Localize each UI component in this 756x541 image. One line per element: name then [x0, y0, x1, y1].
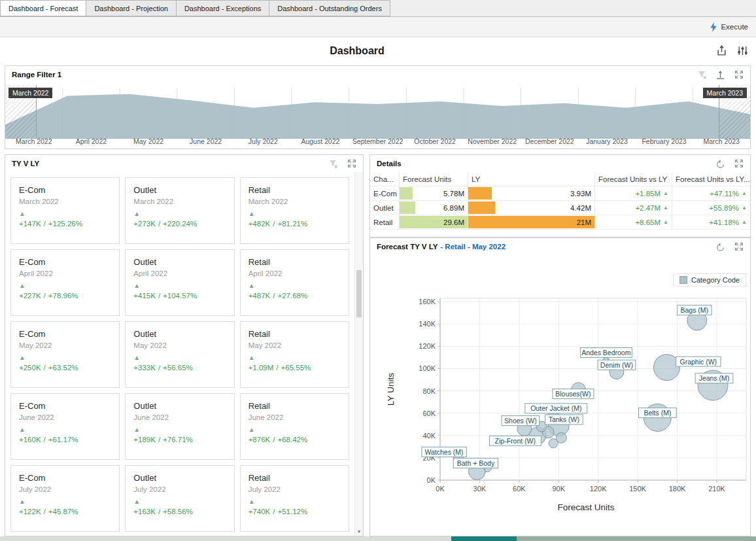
y-tick-label: 80K	[422, 387, 436, 395]
cell-channel: Retail	[370, 215, 400, 229]
kpi-card[interactable]: OutletJuly 2022▲+163K/+58.56%	[125, 465, 234, 532]
x-tick-label: 180K	[669, 485, 686, 493]
forecast-value: 6.89M	[443, 204, 464, 212]
kpi-card[interactable]: E-ComJune 2022▲+160K/+61.17%	[10, 393, 120, 460]
kpi-card[interactable]: OutletJune 2022▲+189K/+76.71%	[125, 393, 234, 460]
up-triangle-icon: ▲	[663, 190, 668, 196]
kpi-card[interactable]: E-ComApril 2022▲+227K/+78.96%	[10, 249, 120, 316]
svg-text:Bath + Body: Bath + Body	[457, 459, 495, 467]
tab-dashboard-forecast[interactable]: Dashboard - Forecast	[0, 0, 86, 16]
kpi-card[interactable]: E-ComJuly 2022▲+122K/+45.87%	[10, 465, 120, 532]
details-panel: Details Cha... Forecast Units	[369, 154, 751, 237]
parameters-button[interactable]	[736, 44, 748, 56]
scroll-down-button[interactable]: ▼	[355, 527, 363, 536]
card-pct: +63.52%	[48, 364, 78, 372]
column-header[interactable]: Forecast Units	[400, 172, 468, 186]
card-delta: +482K	[249, 220, 271, 228]
maximize-button[interactable]	[347, 159, 356, 169]
card-pct: +76.71%	[163, 436, 193, 444]
bubble-label: Denim (W)	[598, 360, 636, 370]
card-delta: +487K	[249, 292, 271, 300]
card-pct: +58.56%	[163, 508, 193, 515]
forecast-ty-v-ly-panel: Forecast TY V LY - Retail - May 2022 0K3…	[369, 237, 751, 536]
kpi-card[interactable]: OutletApril 2022▲+415K/+104.57%	[125, 249, 234, 316]
card-values: +415K/+104.57%	[133, 292, 226, 300]
range-axis-label: May 2022	[133, 137, 163, 145]
legend[interactable]: Category Code	[673, 273, 746, 287]
column-header[interactable]: Forecast Units vs LY...	[672, 172, 750, 186]
column-header[interactable]: Forecast Units vs LY	[595, 172, 672, 186]
separator: /	[44, 292, 46, 300]
y-tick-label: 0K	[427, 476, 436, 484]
undo-icon	[715, 159, 725, 169]
column-header[interactable]: LY	[468, 172, 595, 186]
kpi-card[interactable]: OutletMarch 2022▲+273K/+220.24%	[125, 177, 234, 244]
undo-button[interactable]	[715, 159, 725, 169]
forecast-bubble-chart[interactable]: 0K30K60K90K120K150K180K210K0K20K40K60K80…	[370, 255, 751, 530]
ly-bar	[468, 187, 492, 200]
cell-forecast-units: 6.89M	[400, 201, 468, 215]
card-delta: +333K	[133, 364, 156, 372]
scrollbar[interactable]: ▼	[354, 172, 363, 536]
card-pct: +68.42%	[277, 436, 307, 444]
lightning-icon	[710, 22, 717, 32]
separator: /	[158, 220, 160, 228]
x-tick-label: 60K	[513, 485, 526, 493]
card-delta: +273K	[133, 220, 156, 228]
card-delta: +227K	[19, 292, 41, 300]
clear-filter-button[interactable]	[328, 159, 338, 169]
kpi-card[interactable]: RetailJune 2022▲+876K/+68.42%	[240, 393, 349, 460]
card-values: +160K/+61.17%	[19, 436, 111, 444]
card-channel: E-Com	[19, 185, 111, 195]
details-row[interactable]: Retail29.6M21M+8.65M▲+41.18%▲	[370, 215, 750, 230]
card-channel: Outlet	[133, 329, 226, 339]
card-values: +740K/+51.12%	[249, 508, 341, 515]
maximize-icon	[734, 159, 744, 168]
details-row[interactable]: E-Com5.78M3.93M+1.85M▲+47.11%▲	[370, 186, 750, 201]
y-tick-label: 140K	[419, 320, 436, 328]
kpi-card[interactable]: RetailJuly 2022▲+740K/+51.12%	[240, 465, 349, 532]
details-row[interactable]: Outlet6.89M4.42M+2.47M▲+55.89%▲	[370, 201, 750, 215]
kpi-card[interactable]: E-ComMay 2022▲+250K/+63.52%	[10, 321, 120, 388]
kpi-card[interactable]: OutletMay 2022▲+333K/+56.65%	[125, 321, 234, 388]
vs-pct-value: +41.18%	[709, 218, 739, 226]
up-triangle-icon: ▲	[249, 498, 341, 505]
taskbar-segment	[0, 536, 451, 541]
kpi-card[interactable]: RetailMay 2022▲+1.09M/+65.55%	[240, 321, 349, 388]
clear-filter-button[interactable]	[697, 70, 707, 80]
export-button[interactable]	[715, 44, 727, 56]
range-filter-chart[interactable]: March 2022 March 2023	[5, 85, 750, 139]
range-start-label: March 2022	[9, 88, 52, 98]
ly-value: 21M	[577, 218, 591, 226]
tab-dashboard-outstanding-orders[interactable]: Dashboard - Outstanding Orders	[269, 0, 390, 16]
up-triangle-icon: ▲	[19, 427, 111, 433]
panel-title: Range Filter 1	[12, 71, 61, 79]
ly-bar	[468, 201, 495, 214]
cell-vs-ly-pct: +47.11%▲	[672, 186, 750, 200]
bubble[interactable]	[549, 439, 558, 448]
tab-dashboard-projection[interactable]: Dashboard - Projection	[86, 0, 177, 16]
card-pct: +125.26%	[48, 220, 82, 228]
kpi-card[interactable]: RetailApril 2022▲+487K/+27.68%	[240, 249, 349, 316]
up-triangle-icon: ▲	[133, 427, 226, 433]
maximize-button[interactable]	[734, 242, 744, 252]
bubble-label: Blouses(W)	[553, 389, 594, 399]
page-title: Dashboard	[0, 45, 714, 57]
undo-button[interactable]	[715, 242, 725, 252]
kpi-card[interactable]: E-ComMarch 2022▲+147K/+125.26%	[10, 177, 120, 244]
taskbar-sliver[interactable]	[0, 536, 756, 541]
column-header[interactable]: Cha...	[370, 172, 400, 186]
vs-pct-value: +55.89%	[709, 204, 739, 212]
select-interval-button[interactable]	[715, 70, 725, 80]
maximize-button[interactable]	[734, 159, 744, 169]
up-triangle-icon: ▲	[742, 205, 747, 211]
scrollbar-thumb[interactable]	[356, 270, 362, 317]
separator: /	[158, 508, 160, 515]
card-delta: +160K	[19, 436, 41, 444]
kpi-card[interactable]: RetailMarch 2022▲+482K/+81.21%	[240, 177, 349, 244]
x-tick-label: 90K	[553, 485, 566, 493]
card-period: July 2022	[19, 485, 111, 493]
tab-dashboard-exceptions[interactable]: Dashboard - Exceptions	[177, 0, 269, 16]
maximize-button[interactable]	[734, 70, 744, 80]
execute-button[interactable]: Execute	[702, 20, 756, 34]
